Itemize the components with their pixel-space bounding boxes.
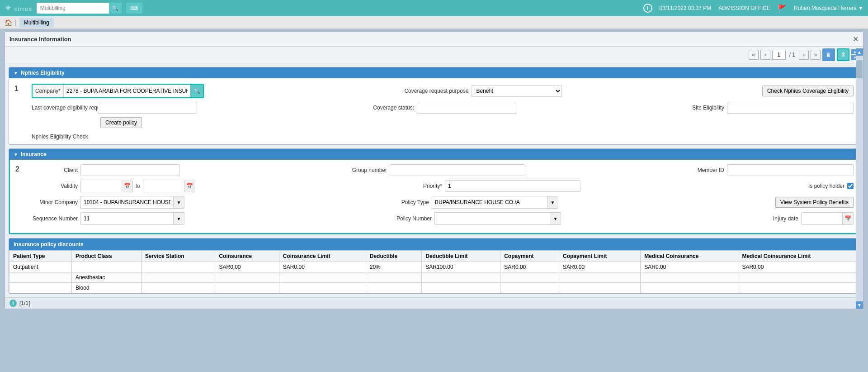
validity-from-wrap: 📅 [80, 180, 133, 192]
cell-medical-coinsurance-limit: SAR0.00 [738, 262, 859, 272]
info-icon: i [643, 4, 652, 13]
cell-patient-type: Outpatient [9, 262, 72, 272]
member-id-group: Member ID [698, 164, 854, 176]
member-id-input[interactable] [727, 164, 854, 176]
modal-window: Insurance Information ✕ « ‹ / 1 › » 🗑 3 … [5, 32, 863, 309]
discounts-section-body: Patient Type Product Class Service Stati… [9, 250, 859, 293]
policy-holder-checkbox[interactable] [847, 183, 854, 189]
status-info-icon: i [9, 300, 17, 307]
group-number-input[interactable] [390, 164, 525, 176]
policy-holder-group: Is policy holder [808, 183, 854, 189]
keyboard-button[interactable]: ⌨ [126, 3, 142, 14]
policy-number-dropdown-button[interactable]: ▼ [550, 213, 561, 224]
home-icon[interactable]: 🏠 [5, 19, 12, 26]
cell-medical-coinsurance-limit [738, 272, 859, 283]
first-page-button[interactable]: « [749, 50, 759, 60]
insurance-row-2: Validity 📅 to 📅 Priority* [33, 180, 854, 192]
injury-date-calendar-button[interactable]: 📅 [842, 213, 853, 224]
client-input[interactable] [80, 164, 180, 176]
page-input[interactable] [772, 50, 786, 60]
check-eligibility-button[interactable]: Check Nphies Coverage Eligibility [762, 86, 854, 96]
cell-medical-coinsurance [641, 283, 738, 293]
nphies-toggle-icon[interactable]: ▼ [14, 71, 18, 76]
company-input[interactable] [64, 85, 190, 97]
close-button[interactable]: ✕ [853, 35, 859, 43]
create-policy-button[interactable]: Create policy [100, 117, 142, 128]
multibilling-tab[interactable]: Multibilling [19, 18, 54, 28]
col-coinsurance-limit: Coinsurance Limit [279, 251, 366, 262]
injury-date-group: Injury date 📅 [773, 212, 854, 225]
col-copayment-limit: Copayment Limit [559, 251, 641, 262]
modal-toolbar: « ‹ / 1 › » 🗑 3 ▲ ▼ [5, 47, 863, 63]
group-number-label: Group number [352, 167, 387, 173]
sequence-number-dropdown-button[interactable]: ▼ [173, 213, 184, 224]
next-page-button[interactable]: › [799, 50, 809, 60]
search-input[interactable] [37, 3, 109, 14]
policy-type-dropdown-button[interactable]: ▼ [547, 196, 558, 208]
validity-to-input[interactable] [143, 180, 184, 192]
last-coverage-input[interactable] [98, 102, 197, 114]
nphies-row-3: Create policy [32, 117, 854, 128]
validity-label: Validity [33, 183, 78, 189]
sequence-number-group: Sequence Number ▼ [33, 212, 184, 225]
nphies-row-1: Company* 🔍 Coverage request purpose Bene… [32, 84, 854, 98]
cell-service-station [141, 283, 215, 293]
last-page-button[interactable]: » [811, 50, 821, 60]
insurance-row-3: Minor Company ▼ Policy Type ▼ Vi [33, 196, 854, 209]
scrollbar-thumb[interactable] [856, 60, 863, 78]
coverage-status-group: Coverage status: [373, 102, 516, 114]
delete-button[interactable]: 🗑 [822, 48, 835, 61]
site-eligibility-label: Site Eligibility [692, 105, 724, 111]
last-coverage-group: Last coverage eligibility request [32, 102, 197, 114]
scrollbar-down-button[interactable]: ▼ [856, 301, 863, 309]
modal-scrollbar: ▲ ▼ [856, 48, 863, 309]
company-search-button[interactable]: 🔍 [190, 85, 203, 97]
view-benefits-button[interactable]: View System Policy Benefits [775, 197, 854, 208]
last-page-icon: » [814, 52, 817, 58]
cell-patient-type [9, 272, 72, 283]
col-product-class: Product Class [71, 251, 141, 262]
validity-to-calendar-button[interactable]: 📅 [184, 180, 195, 192]
insurance-row-1: Client Group number Member ID [33, 164, 854, 176]
section-index-1: 1 [14, 85, 19, 93]
search-button[interactable]: 🔍 [109, 3, 122, 14]
injury-date-label: Injury date [773, 215, 798, 222]
validity-from-input[interactable] [81, 180, 122, 192]
prev-page-button[interactable]: ‹ [760, 50, 770, 60]
coverage-status-input[interactable] [417, 102, 516, 114]
subbar-separator: | [15, 19, 17, 26]
action-button-3[interactable]: 3 [837, 48, 849, 61]
priority-input[interactable] [445, 180, 580, 192]
table-row: Anesthesiac [9, 272, 859, 283]
insurance-section-header: ▼ Insurance [9, 149, 859, 160]
to-label: to [136, 183, 140, 189]
scrollbar-track [856, 56, 863, 301]
minor-company-dropdown: ▼ [80, 196, 184, 209]
sequence-number-label: Sequence Number [33, 215, 78, 222]
cell-coinsurance-limit [279, 272, 366, 283]
coverage-purpose-group: Coverage request purpose Benefit Discove… [404, 85, 561, 97]
cell-deductible [366, 272, 422, 283]
last-coverage-label: Last coverage eligibility request [32, 105, 95, 111]
minor-company-input[interactable] [81, 196, 173, 208]
sequence-number-dropdown: ▼ [80, 212, 184, 225]
policy-type-input[interactable] [432, 196, 547, 208]
coverage-purpose-select[interactable]: Benefit Discovery Validation [472, 85, 562, 97]
company-search-icon: 🔍 [193, 88, 200, 94]
cell-copayment [500, 283, 559, 293]
company-label: Company* [33, 85, 64, 97]
policy-type-dropdown: ▼ [432, 196, 558, 209]
minor-company-dropdown-button[interactable]: ▼ [173, 196, 184, 208]
coverage-purpose-label: Coverage request purpose [404, 88, 468, 94]
sequence-number-input[interactable] [81, 213, 173, 224]
insurance-toggle-icon[interactable]: ▼ [14, 152, 18, 157]
validity-from-calendar-button[interactable]: 📅 [122, 180, 132, 192]
policy-number-input[interactable] [435, 213, 550, 224]
status-text: [1/1] [19, 300, 30, 306]
discounts-header-row: Patient Type Product Class Service Stati… [9, 251, 859, 262]
tab-label: Multibilling [24, 19, 49, 26]
site-eligibility-input[interactable] [727, 102, 854, 114]
col-patient-type: Patient Type [9, 251, 72, 262]
injury-date-input[interactable] [802, 213, 842, 224]
scrollbar-up-button[interactable]: ▲ [856, 48, 863, 56]
